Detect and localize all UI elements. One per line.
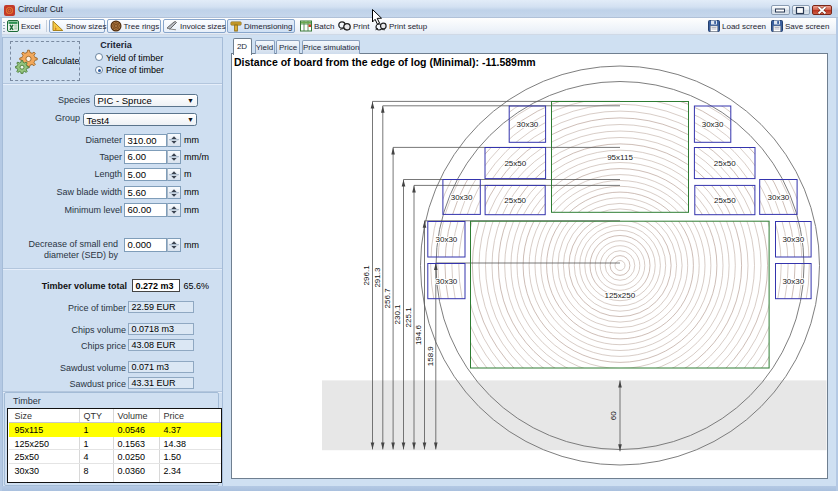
svg-text:158.9: 158.9 [426,346,435,367]
svg-text:30x30: 30x30 [782,277,804,286]
svg-text:60: 60 [610,411,619,420]
svg-text:25x50: 25x50 [504,159,526,168]
svg-text:230.1: 230.1 [394,304,403,325]
svg-text:30x30: 30x30 [782,235,804,244]
svg-text:125x250: 125x250 [604,291,635,300]
svg-text:25x50: 25x50 [504,196,526,205]
svg-text:296.1: 296.1 [363,265,372,286]
svg-text:30x30: 30x30 [768,193,790,202]
svg-text:30x30: 30x30 [436,235,458,244]
svg-text:95x115: 95x115 [607,153,633,162]
svg-text:225.1: 225.1 [404,307,413,328]
svg-text:256.7: 256.7 [383,288,392,309]
svg-text:25x50: 25x50 [714,196,736,205]
svg-text:30x30: 30x30 [436,277,458,286]
svg-text:30x30: 30x30 [702,120,724,129]
svg-text:25x50: 25x50 [714,159,736,168]
svg-text:194.6: 194.6 [415,325,424,346]
svg-text:30x30: 30x30 [451,193,473,202]
svg-text:30x30: 30x30 [517,120,539,129]
svg-text:291.3: 291.3 [373,267,382,288]
